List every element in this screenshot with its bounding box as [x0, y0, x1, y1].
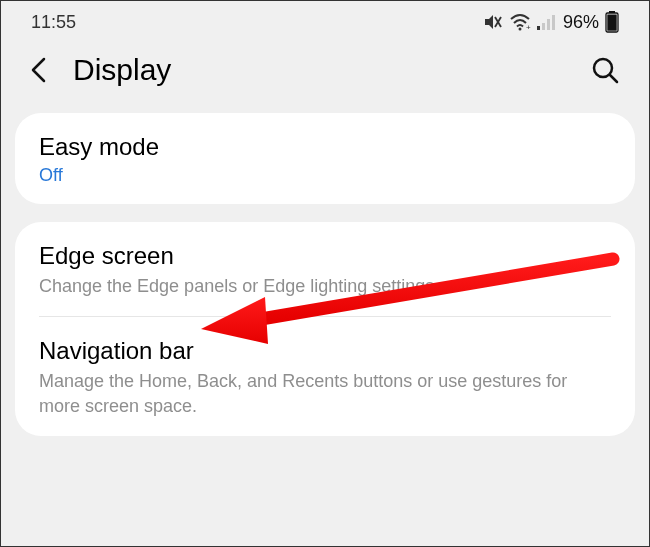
battery-icon: [605, 11, 619, 33]
svg-point-2: [518, 28, 521, 31]
battery-percent: 96%: [563, 12, 599, 33]
status-bar: 11:55 + 96%: [1, 1, 649, 41]
header: Display: [1, 41, 649, 113]
setting-navigation-bar[interactable]: Navigation bar Manage the Home, Back, an…: [15, 317, 635, 436]
card-edge-nav: Edge screen Change the Edge panels or Ed…: [15, 222, 635, 436]
status-right: + 96%: [479, 11, 619, 33]
wifi-icon: +: [509, 13, 531, 31]
mute-vibrate-icon: [481, 12, 503, 32]
search-icon[interactable]: [591, 56, 619, 84]
svg-rect-6: [547, 19, 550, 30]
svg-rect-10: [607, 15, 616, 31]
status-time: 11:55: [31, 12, 76, 33]
setting-status-easy-mode: Off: [39, 165, 611, 186]
svg-rect-4: [537, 26, 540, 30]
setting-title-edge-screen: Edge screen: [39, 242, 611, 270]
card-easy-mode: Easy mode Off: [15, 113, 635, 204]
back-icon[interactable]: [29, 56, 49, 84]
page-title: Display: [73, 53, 171, 87]
svg-rect-5: [542, 23, 545, 30]
setting-edge-screen[interactable]: Edge screen Change the Edge panels or Ed…: [15, 222, 635, 316]
setting-desc-edge-screen: Change the Edge panels or Edge lighting …: [39, 274, 611, 298]
signal-icon: [537, 13, 557, 31]
svg-line-12: [610, 75, 617, 82]
svg-text:+: +: [526, 23, 531, 31]
setting-easy-mode[interactable]: Easy mode Off: [15, 113, 635, 204]
svg-rect-7: [552, 15, 555, 30]
setting-title-easy-mode: Easy mode: [39, 133, 611, 161]
setting-title-navigation-bar: Navigation bar: [39, 337, 611, 365]
setting-desc-navigation-bar: Manage the Home, Back, and Recents butto…: [39, 369, 611, 418]
